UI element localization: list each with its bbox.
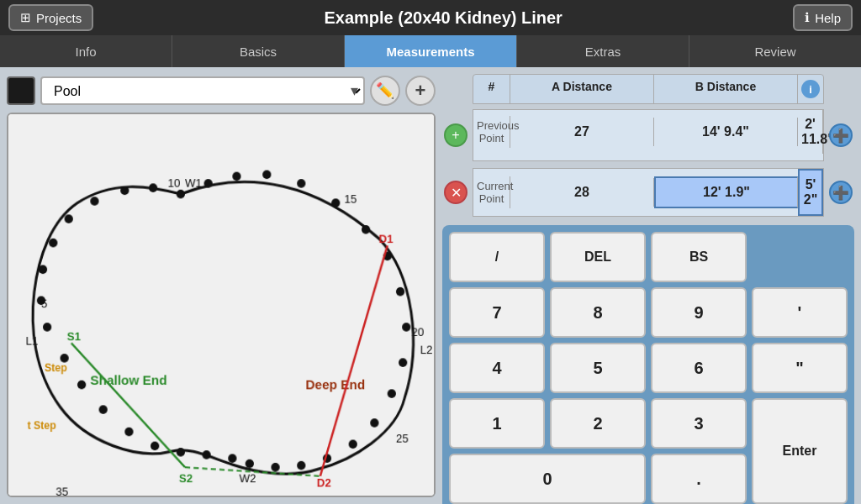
main-content: Pool ▾ ✏️ + # A Distance B Distance i [0, 67, 861, 504]
key-9[interactable]: 9 [651, 287, 747, 338]
info-icon: ℹ [805, 10, 810, 25]
col-b-distance: B Distance [654, 75, 798, 103]
key-5[interactable]: 5 [550, 343, 646, 393]
col-info[interactable]: i [798, 75, 823, 103]
col-hash: # [473, 75, 510, 103]
tab-info[interactable]: Info [0, 35, 172, 67]
curr-num: 28 [510, 178, 654, 207]
projects-button[interactable]: ⊞ Projects [8, 4, 93, 31]
curr-b-distance[interactable]: 5' 2" [798, 169, 823, 216]
remove-current-button[interactable]: ✕ [444, 181, 467, 204]
key-feet[interactable]: ' [752, 287, 848, 338]
toolbar: Pool ▾ ✏️ + [7, 74, 436, 108]
key-3[interactable]: 3 [651, 398, 747, 449]
del-key[interactable]: DEL [550, 232, 646, 282]
previous-label: PreviousPoint [473, 116, 510, 148]
add-button[interactable]: + [405, 76, 436, 106]
key-1[interactable]: 1 [449, 398, 545, 449]
pool-diagram [7, 113, 436, 497]
right-panel: # A Distance B Distance i + PreviousPoin… [442, 74, 854, 497]
tab-extras[interactable]: Extras [517, 35, 689, 67]
numpad: / DEL BS 7 8 9 ' 4 5 6 " 1 2 3 Enter 0 . [442, 225, 854, 504]
key-4[interactable]: 4 [449, 343, 545, 393]
pool-canvas [8, 114, 434, 496]
next-previous-button[interactable]: ➕ [829, 123, 853, 147]
color-swatch[interactable] [7, 76, 35, 105]
grid-icon: ⊞ [20, 10, 31, 25]
key-7[interactable]: 7 [449, 287, 545, 338]
key-0[interactable]: 0 [449, 454, 646, 504]
help-button[interactable]: ℹ Help [793, 4, 853, 31]
key-8[interactable]: 8 [550, 287, 646, 338]
key-6[interactable]: 6 [651, 343, 747, 393]
prev-b-distance: 2' 11.8" [798, 110, 823, 154]
current-label: CurrentPoint [473, 176, 510, 208]
prev-num: 27 [510, 118, 654, 146]
key-enter[interactable]: Enter [752, 398, 848, 504]
projects-label: Projects [36, 11, 82, 25]
pool-dropdown[interactable]: Pool [40, 76, 365, 105]
page-title: Example (20x40 Kidney) Liner [324, 8, 562, 28]
key-inches[interactable]: " [752, 343, 848, 393]
left-panel: Pool ▾ ✏️ + [7, 74, 436, 497]
help-label: Help [815, 11, 841, 25]
nav-tabs: Info Basics Measurements Extras Review [0, 35, 861, 67]
col-a-distance: A Distance [510, 75, 654, 103]
pool-select-container: Pool ▾ [40, 76, 365, 105]
curr-a-distance[interactable]: 12' 1.9" [654, 176, 798, 208]
prev-a-distance: 14' 9.4" [654, 118, 798, 146]
next-current-button[interactable]: ➕ [829, 181, 853, 204]
key-dot[interactable]: . [651, 454, 747, 504]
bs-key[interactable]: BS [651, 232, 747, 282]
key-2[interactable]: 2 [550, 398, 646, 449]
edit-button[interactable]: ✏️ [370, 76, 400, 106]
tab-review[interactable]: Review [689, 35, 861, 67]
slash-key[interactable]: / [449, 232, 545, 282]
tab-basics[interactable]: Basics [172, 35, 345, 67]
tab-measurements[interactable]: Measurements [345, 35, 517, 67]
add-previous-button[interactable]: + [444, 123, 467, 147]
header: ⊞ Projects Example (20x40 Kidney) Liner … [0, 0, 861, 35]
